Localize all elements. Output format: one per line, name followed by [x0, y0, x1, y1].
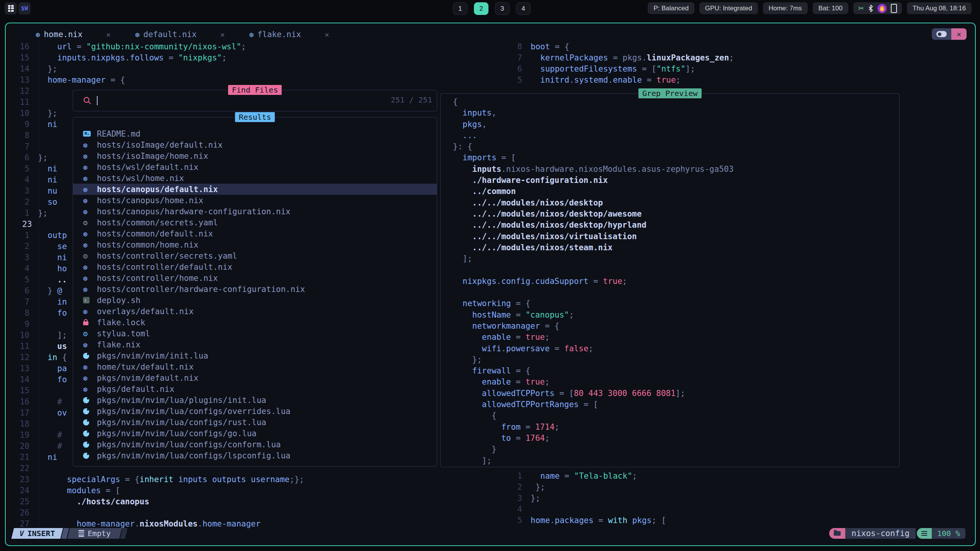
line-number: 25: [6, 496, 29, 507]
nix-file-icon: [83, 229, 87, 238]
finder-result-item[interactable]: hosts/canopus/home.nix: [73, 195, 437, 206]
tab-close-icon[interactable]: ✕: [220, 30, 225, 39]
workspace-button-4[interactable]: 4: [516, 2, 531, 15]
finder-result-item[interactable]: hosts/wsl/default.nix: [73, 161, 437, 173]
finder-result-item[interactable]: hosts/common/default.nix: [73, 228, 437, 239]
finder-result-item[interactable]: pkgs/nvim/nvim/lua/configs/conform.lua: [73, 439, 437, 450]
tab-close-icon[interactable]: ✕: [325, 30, 329, 39]
finder-result-item[interactable]: hosts/isoImage/home.nix: [73, 150, 437, 161]
lua-file-icon: [83, 442, 89, 448]
line-number: 26: [6, 507, 29, 518]
wm-logo-button[interactable]: $W: [18, 2, 31, 15]
code-line: ../../modules/nixos/desktop/hyprland: [444, 220, 733, 231]
finder-result-item[interactable]: M↓README.md: [73, 128, 437, 139]
result-filename: flake.lock: [97, 318, 145, 327]
code-line: ];: [444, 455, 733, 466]
mode-segment: VINSERT: [11, 528, 63, 539]
finder-result-item[interactable]: pkgs/nvim/nvim/lua/configs/lspconfig.lua: [73, 450, 437, 461]
bluetooth-icon[interactable]: [868, 5, 873, 12]
tab-default.nix[interactable]: ❆default.nix✕: [135, 28, 225, 41]
code-line: inputs.nixos-hardware.nixosModules.asus-…: [444, 164, 733, 175]
finder-result-item[interactable]: ❯_deploy.sh: [73, 295, 437, 306]
finder-result-item[interactable]: hosts/controller/home.nix: [73, 272, 437, 284]
battery-label: Bat: 100: [818, 5, 843, 12]
nix-file-icon: [83, 362, 87, 372]
code-line: ../common: [444, 186, 733, 197]
line-number: 3: [498, 493, 522, 504]
finder-result-item[interactable]: overlays/default.nix: [73, 306, 437, 317]
vpn-scissors-icon[interactable]: ✂: [858, 4, 864, 13]
code-line: ../../modules/nixos/desktop: [444, 197, 733, 209]
line-number: 17: [6, 408, 29, 419]
tab-home.nix[interactable]: ❆home.nix✕: [36, 28, 111, 41]
workspace-button-2[interactable]: 2: [474, 2, 488, 15]
right-editor-pane-bottom[interactable]: 1 name = "Tela-black";2 };3};45home.pack…: [498, 471, 666, 526]
code-line: networkmanager = {: [444, 321, 733, 332]
finder-result-item[interactable]: pkgs/nvim/default.nix: [73, 372, 437, 383]
finder-result-item[interactable]: hosts/controller/default.nix: [73, 261, 437, 272]
workspace-button-1[interactable]: 1: [453, 2, 467, 15]
gpu-label: GPU: Integrated: [705, 5, 752, 12]
line-number: 8: [498, 41, 522, 52]
finder-result-item[interactable]: hosts/controller/secrets.yaml: [73, 250, 437, 261]
line-number: 22: [6, 463, 29, 474]
code-line: 25 ./hosts/canopus: [6, 496, 304, 507]
finder-result-item[interactable]: stylua.toml: [73, 328, 437, 339]
right-editor-pane-top[interactable]: 8boot = {7 kernelPackages = pkgs.linuxPa…: [498, 41, 734, 86]
finder-result-item[interactable]: hosts/controller/hardware-configuration.…: [73, 284, 437, 295]
finder-result-item[interactable]: pkgs/nvim/nvim/lua/configs/rust.lua: [73, 417, 437, 428]
workspace-button-3[interactable]: 3: [495, 2, 510, 15]
finder-result-item[interactable]: hosts/canopus/default.nix: [73, 184, 437, 195]
finder-result-item[interactable]: hosts/common/home.nix: [73, 239, 437, 250]
line-number: 5: [6, 274, 29, 285]
tab-close-icon[interactable]: ✕: [106, 30, 111, 39]
line-number: 10: [6, 330, 29, 341]
code-line: 23 specialArgs = {inherit inputs outputs…: [6, 474, 304, 485]
flame-icon[interactable]: [877, 4, 887, 13]
code-line: 13 home-manager = {: [6, 75, 304, 86]
code-line: 5 initrd.systemd.enable = true;: [498, 75, 734, 86]
find-files-results: Results M↓README.mdhosts/isoImage/defaul…: [73, 117, 437, 466]
finder-result-item[interactable]: hosts/common/secrets.yaml: [73, 217, 437, 228]
finder-result-item[interactable]: pkgs/nvim/nvim/lua/configs/go.lua: [73, 428, 437, 439]
finder-result-item[interactable]: home/tux/default.nix: [73, 361, 437, 372]
line-number: 12: [6, 352, 29, 363]
line-number: 20: [6, 441, 29, 452]
finder-result-item[interactable]: pkgs/nvim/nvim/lua/configs/overrides.lua: [73, 406, 437, 417]
find-files-prompt[interactable]: Find Files 251 / 251: [73, 90, 437, 111]
finder-result-item[interactable]: pkgs/default.nix: [73, 383, 437, 395]
finder-result-item[interactable]: flake.nix: [73, 339, 437, 350]
line-number: 5: [498, 75, 522, 86]
nix-file-icon: [83, 196, 87, 205]
finder-result-item[interactable]: flake.lock: [73, 317, 437, 328]
pin-toggle-button[interactable]: [932, 28, 951, 40]
nix-file-icon: [83, 140, 87, 150]
code-line: 1 name = "Tela-black";: [498, 471, 666, 482]
system-tray[interactable]: ✂: [853, 2, 902, 14]
result-filename: pkgs/nvim/nvim/lua/configs/go.lua: [97, 429, 256, 438]
finder-result-item[interactable]: hosts/isoImage/default.nix: [73, 139, 437, 150]
finder-result-item[interactable]: pkgs/nvim/nvim/lua/plugins/init.lua: [73, 395, 437, 406]
finder-result-item[interactable]: pkgs/nvim/nvim/init.lua: [73, 350, 437, 361]
result-filename: pkgs/nvim/nvim/lua/configs/overrides.lua: [97, 407, 291, 416]
statusline: VINSERT Empty nixos-config 100 %: [6, 528, 975, 539]
finder-result-item[interactable]: hosts/wsl/home.nix: [73, 173, 437, 184]
code-line: networking = {: [444, 298, 733, 309]
finder-result-item[interactable]: hosts/canopus/hardware-configuration.nix: [73, 206, 437, 217]
grep-preview-title: Grep Preview: [639, 88, 702, 98]
grep-preview-panel: Grep Preview { inputs, pkgs, ...}: { imp…: [440, 93, 900, 467]
nix-snowflake-icon: ❆: [36, 30, 40, 39]
line-number: 5: [6, 163, 29, 174]
nix-snowflake-icon: ❆: [135, 30, 139, 39]
result-filename: README.md: [97, 129, 140, 139]
window-close-button[interactable]: ✕: [951, 28, 967, 40]
result-filename: pkgs/nvim/nvim/lua/configs/rust.lua: [97, 418, 266, 427]
phone-icon[interactable]: [891, 4, 897, 13]
line-number: 13: [6, 75, 29, 86]
tab-flake.nix[interactable]: ❆flake.nix✕: [249, 28, 329, 41]
code-line: ...: [444, 130, 733, 141]
app-launcher-button[interactable]: [5, 2, 17, 15]
file-label: Empty: [88, 529, 111, 538]
code-line: nixpkgs.config.cudaSupport = true;: [444, 276, 733, 287]
line-number: 23: [6, 474, 29, 485]
